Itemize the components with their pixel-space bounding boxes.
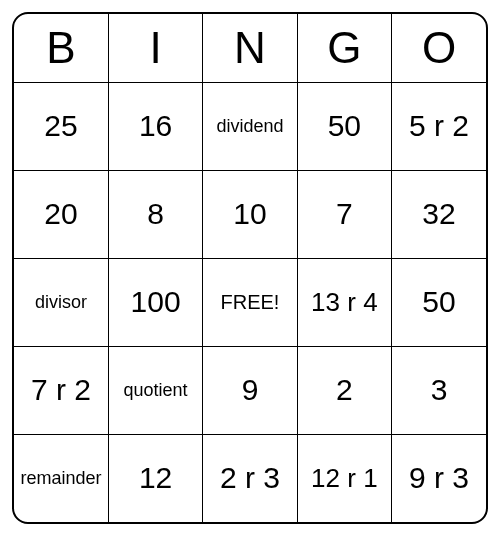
- bingo-cell[interactable]: 13 r 4: [297, 258, 391, 346]
- bingo-cell[interactable]: 3: [392, 346, 486, 434]
- bingo-cell[interactable]: 2: [297, 346, 391, 434]
- bingo-cell[interactable]: remainder: [14, 434, 108, 522]
- header-o: O: [392, 14, 486, 82]
- bingo-card: B I N G O 2516dividend505 r 220810732div…: [12, 12, 488, 524]
- bingo-row: divisor100FREE!13 r 450: [14, 258, 486, 346]
- bingo-cell[interactable]: 100: [108, 258, 202, 346]
- bingo-cell[interactable]: 8: [108, 170, 202, 258]
- bingo-row: remainder122 r 312 r 19 r 3: [14, 434, 486, 522]
- header-g: G: [297, 14, 391, 82]
- bingo-cell[interactable]: 7 r 2: [14, 346, 108, 434]
- bingo-cell[interactable]: 5 r 2: [392, 82, 486, 170]
- bingo-cell[interactable]: 20: [14, 170, 108, 258]
- bingo-cell[interactable]: 16: [108, 82, 202, 170]
- bingo-cell[interactable]: 25: [14, 82, 108, 170]
- bingo-cell[interactable]: 9: [203, 346, 297, 434]
- bingo-cell[interactable]: 12 r 1: [297, 434, 391, 522]
- bingo-cell[interactable]: 12: [108, 434, 202, 522]
- bingo-table: B I N G O 2516dividend505 r 220810732div…: [14, 14, 486, 522]
- bingo-cell[interactable]: 50: [297, 82, 391, 170]
- bingo-cell[interactable]: quotient: [108, 346, 202, 434]
- header-n: N: [203, 14, 297, 82]
- bingo-cell[interactable]: dividend: [203, 82, 297, 170]
- bingo-cell[interactable]: 2 r 3: [203, 434, 297, 522]
- bingo-cell[interactable]: divisor: [14, 258, 108, 346]
- header-b: B: [14, 14, 108, 82]
- bingo-row: 2516dividend505 r 2: [14, 82, 486, 170]
- bingo-row: 7 r 2quotient923: [14, 346, 486, 434]
- bingo-cell[interactable]: 32: [392, 170, 486, 258]
- bingo-cell[interactable]: 7: [297, 170, 391, 258]
- bingo-cell[interactable]: 10: [203, 170, 297, 258]
- header-row: B I N G O: [14, 14, 486, 82]
- header-i: I: [108, 14, 202, 82]
- bingo-row: 20810732: [14, 170, 486, 258]
- bingo-cell[interactable]: 50: [392, 258, 486, 346]
- bingo-cell[interactable]: 9 r 3: [392, 434, 486, 522]
- bingo-cell[interactable]: FREE!: [203, 258, 297, 346]
